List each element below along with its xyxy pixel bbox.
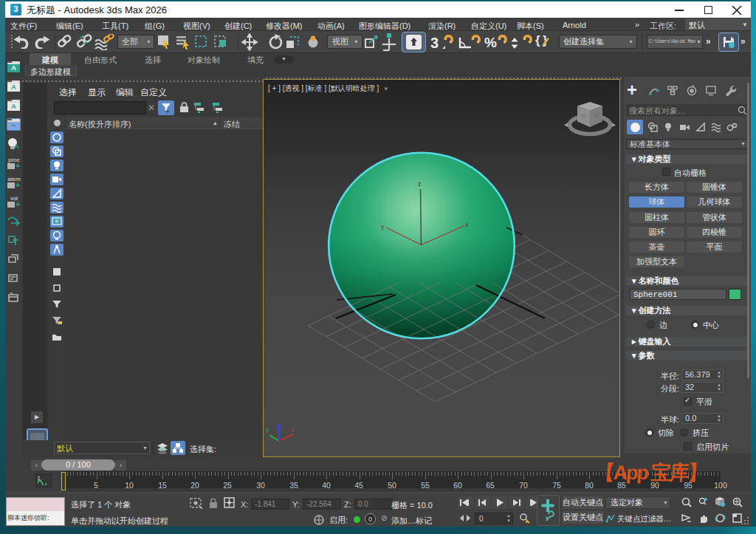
svg-text:%: % (484, 35, 497, 50)
svg-text:前: 前 (581, 114, 586, 119)
svg-text:z: z (418, 180, 422, 188)
svg-text:y: y (266, 426, 269, 433)
svg-text:x: x (291, 426, 294, 433)
svg-text:y: y (381, 223, 385, 230)
svg-text:z: z (276, 425, 279, 431)
svg-text:x: x (465, 221, 469, 228)
svg-text:3: 3 (430, 35, 439, 51)
svg-text:右: 右 (594, 112, 599, 118)
